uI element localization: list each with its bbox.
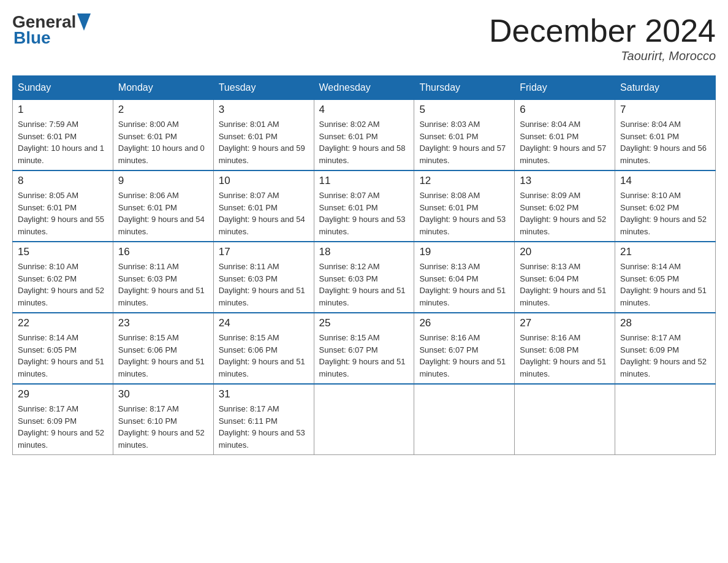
calendar-cell: 24 Sunrise: 8:15 AMSunset: 6:06 PMDaylig…	[213, 313, 314, 384]
weekday-header-saturday: Saturday	[615, 76, 716, 100]
day-info: Sunrise: 8:15 AMSunset: 6:06 PMDaylight:…	[219, 332, 309, 380]
day-number: 15	[18, 246, 108, 258]
location-subtitle: Taourirt, Morocco	[489, 49, 716, 63]
calendar-cell: 15 Sunrise: 8:10 AMSunset: 6:02 PMDaylig…	[13, 242, 113, 313]
calendar-cell: 2 Sunrise: 8:00 AMSunset: 6:01 PMDayligh…	[113, 100, 213, 171]
day-number: 10	[219, 175, 309, 187]
day-number: 27	[520, 317, 610, 329]
day-info: Sunrise: 8:07 AMSunset: 6:01 PMDaylight:…	[219, 190, 309, 237]
day-info: Sunrise: 8:03 AMSunset: 6:01 PMDaylight:…	[419, 118, 509, 166]
day-info: Sunrise: 8:04 AMSunset: 6:01 PMDaylight:…	[520, 118, 610, 166]
day-number: 8	[18, 175, 108, 187]
calendar-cell: 20 Sunrise: 8:13 AMSunset: 6:04 PMDaylig…	[515, 242, 615, 313]
day-number: 4	[319, 104, 409, 116]
day-info: Sunrise: 7:59 AMSunset: 6:01 PMDaylight:…	[18, 118, 108, 166]
day-info: Sunrise: 8:15 AMSunset: 6:07 PMDaylight:…	[319, 332, 409, 380]
day-info: Sunrise: 8:08 AMSunset: 6:01 PMDaylight:…	[419, 190, 509, 237]
day-info: Sunrise: 8:10 AMSunset: 6:02 PMDaylight:…	[620, 190, 710, 237]
day-number: 17	[219, 246, 309, 258]
day-number: 3	[219, 104, 309, 116]
logo: General Blue	[12, 12, 91, 48]
day-number: 31	[219, 388, 309, 400]
calendar-cell: 22 Sunrise: 8:14 AMSunset: 6:05 PMDaylig…	[13, 313, 113, 384]
day-number: 24	[219, 317, 309, 329]
calendar-cell: 12 Sunrise: 8:08 AMSunset: 6:01 PMDaylig…	[414, 170, 515, 242]
calendar-cell: 26 Sunrise: 8:16 AMSunset: 6:07 PMDaylig…	[414, 313, 515, 384]
weekday-header-thursday: Thursday	[414, 76, 515, 100]
title-section: December 2024 Taourirt, Morocco	[489, 12, 716, 63]
day-info: Sunrise: 8:17 AMSunset: 6:09 PMDaylight:…	[18, 403, 108, 451]
calendar-cell: 1 Sunrise: 7:59 AMSunset: 6:01 PMDayligh…	[13, 100, 113, 171]
day-number: 16	[118, 246, 208, 258]
day-info: Sunrise: 8:11 AMSunset: 6:03 PMDaylight:…	[219, 261, 309, 308]
day-number: 26	[419, 317, 509, 329]
weekday-header-row: SundayMondayTuesdayWednesdayThursdayFrid…	[13, 76, 716, 100]
calendar-cell: 9 Sunrise: 8:06 AMSunset: 6:01 PMDayligh…	[113, 170, 213, 242]
calendar-table: SundayMondayTuesdayWednesdayThursdayFrid…	[12, 75, 716, 455]
day-number: 23	[118, 317, 208, 329]
calendar-cell	[314, 384, 414, 455]
day-info: Sunrise: 8:15 AMSunset: 6:06 PMDaylight:…	[118, 332, 208, 380]
day-info: Sunrise: 8:14 AMSunset: 6:05 PMDaylight:…	[620, 261, 710, 308]
day-number: 5	[419, 104, 509, 116]
day-number: 28	[620, 317, 710, 329]
calendar-cell: 29 Sunrise: 8:17 AMSunset: 6:09 PMDaylig…	[13, 384, 113, 455]
calendar-week-4: 22 Sunrise: 8:14 AMSunset: 6:05 PMDaylig…	[13, 313, 716, 384]
calendar-cell: 28 Sunrise: 8:17 AMSunset: 6:09 PMDaylig…	[615, 313, 716, 384]
day-info: Sunrise: 8:17 AMSunset: 6:11 PMDaylight:…	[219, 403, 309, 451]
day-info: Sunrise: 8:01 AMSunset: 6:01 PMDaylight:…	[219, 118, 309, 166]
calendar-cell: 17 Sunrise: 8:11 AMSunset: 6:03 PMDaylig…	[213, 242, 314, 313]
day-info: Sunrise: 8:11 AMSunset: 6:03 PMDaylight:…	[118, 261, 208, 308]
calendar-cell: 31 Sunrise: 8:17 AMSunset: 6:11 PMDaylig…	[213, 384, 314, 455]
day-info: Sunrise: 8:10 AMSunset: 6:02 PMDaylight:…	[18, 261, 108, 308]
calendar-week-3: 15 Sunrise: 8:10 AMSunset: 6:02 PMDaylig…	[13, 242, 716, 313]
weekday-header-monday: Monday	[113, 76, 213, 100]
calendar-cell: 7 Sunrise: 8:04 AMSunset: 6:01 PMDayligh…	[615, 100, 716, 171]
day-number: 6	[520, 104, 610, 116]
calendar-cell: 19 Sunrise: 8:13 AMSunset: 6:04 PMDaylig…	[414, 242, 515, 313]
calendar-cell: 13 Sunrise: 8:09 AMSunset: 6:02 PMDaylig…	[515, 170, 615, 242]
day-info: Sunrise: 8:04 AMSunset: 6:01 PMDaylight:…	[620, 118, 710, 166]
calendar-week-2: 8 Sunrise: 8:05 AMSunset: 6:01 PMDayligh…	[13, 170, 716, 242]
day-number: 29	[18, 388, 108, 400]
calendar-cell: 18 Sunrise: 8:12 AMSunset: 6:03 PMDaylig…	[314, 242, 414, 313]
calendar-cell	[414, 384, 515, 455]
day-number: 7	[620, 104, 710, 116]
day-number: 1	[18, 104, 108, 116]
calendar-cell: 21 Sunrise: 8:14 AMSunset: 6:05 PMDaylig…	[615, 242, 716, 313]
calendar-cell: 10 Sunrise: 8:07 AMSunset: 6:01 PMDaylig…	[213, 170, 314, 242]
day-number: 22	[18, 317, 108, 329]
day-number: 21	[620, 246, 710, 258]
day-number: 9	[118, 175, 208, 187]
calendar-cell: 5 Sunrise: 8:03 AMSunset: 6:01 PMDayligh…	[414, 100, 515, 171]
day-number: 11	[319, 175, 409, 187]
calendar-week-1: 1 Sunrise: 7:59 AMSunset: 6:01 PMDayligh…	[13, 100, 716, 171]
month-title: December 2024	[489, 12, 716, 49]
calendar-cell: 4 Sunrise: 8:02 AMSunset: 6:01 PMDayligh…	[314, 100, 414, 171]
weekday-header-friday: Friday	[515, 76, 615, 100]
calendar-cell: 8 Sunrise: 8:05 AMSunset: 6:01 PMDayligh…	[13, 170, 113, 242]
calendar-cell: 11 Sunrise: 8:07 AMSunset: 6:01 PMDaylig…	[314, 170, 414, 242]
day-info: Sunrise: 8:14 AMSunset: 6:05 PMDaylight:…	[18, 332, 108, 380]
day-number: 30	[118, 388, 208, 400]
weekday-header-sunday: Sunday	[13, 76, 113, 100]
calendar-cell: 3 Sunrise: 8:01 AMSunset: 6:01 PMDayligh…	[213, 100, 314, 171]
day-number: 18	[319, 246, 409, 258]
day-number: 25	[319, 317, 409, 329]
weekday-header-tuesday: Tuesday	[213, 76, 314, 100]
day-info: Sunrise: 8:07 AMSunset: 6:01 PMDaylight:…	[319, 190, 409, 237]
day-number: 12	[419, 175, 509, 187]
logo-blue-text: Blue	[12, 28, 91, 48]
day-number: 14	[620, 175, 710, 187]
day-info: Sunrise: 8:17 AMSunset: 6:10 PMDaylight:…	[118, 403, 208, 451]
calendar-cell	[515, 384, 615, 455]
day-info: Sunrise: 8:06 AMSunset: 6:01 PMDaylight:…	[118, 190, 208, 237]
calendar-cell: 6 Sunrise: 8:04 AMSunset: 6:01 PMDayligh…	[515, 100, 615, 171]
calendar-cell: 23 Sunrise: 8:15 AMSunset: 6:06 PMDaylig…	[113, 313, 213, 384]
day-number: 20	[520, 246, 610, 258]
day-info: Sunrise: 8:13 AMSunset: 6:04 PMDaylight:…	[520, 261, 610, 308]
calendar-cell: 30 Sunrise: 8:17 AMSunset: 6:10 PMDaylig…	[113, 384, 213, 455]
day-info: Sunrise: 8:13 AMSunset: 6:04 PMDaylight:…	[419, 261, 509, 308]
day-number: 13	[520, 175, 610, 187]
day-info: Sunrise: 8:12 AMSunset: 6:03 PMDaylight:…	[319, 261, 409, 308]
